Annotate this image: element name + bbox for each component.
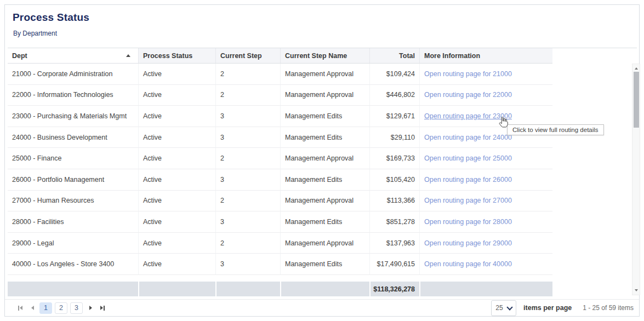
column-label: Dept xyxy=(12,52,27,60)
cell-total: $137,963 xyxy=(369,233,419,254)
cell-dept: 27000 - Human Resources xyxy=(8,191,138,212)
cell-dept: 23000 - Purchasing & Materials Mgmt xyxy=(8,106,138,127)
last-page-button[interactable] xyxy=(98,302,107,314)
open-routing-page-link[interactable]: Open routing page for 25000 xyxy=(424,154,512,162)
cell-more-information: Open routing page for 29000 xyxy=(419,233,552,254)
sort-asc-icon xyxy=(126,54,130,57)
cell-total: $105,420 xyxy=(369,169,419,191)
next-page-button[interactable] xyxy=(86,302,95,314)
cell-process-status: Active xyxy=(138,85,215,106)
table-row: 23000 - Purchasing & Materials Mgmt Acti… xyxy=(8,106,552,127)
table-row: 24000 - Business Development Active 3 Ma… xyxy=(8,127,552,148)
table-row: 22000 - Information Technologies Active … xyxy=(8,85,552,106)
cell-current-step-name: Management Approval xyxy=(280,191,369,212)
cell-current-step-name: Management Edits xyxy=(280,169,369,191)
footer-cell-dept xyxy=(8,282,138,296)
cell-current-step: 2 xyxy=(215,148,280,169)
pager-right-group: 25 items per page 1 - 25 of 59 items xyxy=(491,300,635,316)
column-label: Process Status xyxy=(143,52,192,60)
previous-page-icon xyxy=(31,306,34,310)
cell-current-step: 3 xyxy=(215,169,280,191)
cell-process-status: Active xyxy=(138,169,215,191)
cell-more-information: Open routing page for 22000 xyxy=(419,85,552,106)
open-routing-page-link[interactable]: Open routing page for 28000 xyxy=(424,218,512,226)
routing-details-tooltip: Click to view full routing details xyxy=(507,124,604,135)
first-page-button[interactable] xyxy=(15,302,25,314)
cell-process-status: Active xyxy=(138,211,215,233)
column-header-current-step[interactable]: Current Step xyxy=(215,48,280,63)
footer-cell-current-step-name xyxy=(280,282,369,296)
table-row: 21000 - Corporate Administration Active … xyxy=(8,64,552,85)
footer-cell-process-status xyxy=(138,282,215,296)
next-page-icon xyxy=(89,306,92,310)
page-button-2[interactable]: 2 xyxy=(55,302,67,314)
column-header-process-status[interactable]: Process Status xyxy=(138,48,215,63)
last-page-icon xyxy=(100,306,103,310)
vertical-scrollbar[interactable] xyxy=(632,64,640,295)
cell-more-information: Open routing page for 28000 xyxy=(419,211,552,233)
table-row: 25000 - Finance Active 2 Management Appr… xyxy=(8,148,552,169)
cell-current-step-name: Management Approval xyxy=(280,85,369,106)
cell-current-step: 2 xyxy=(215,85,280,106)
footer-cell-total-sum: $118,326,278 xyxy=(369,282,419,296)
column-header-dept[interactable]: Dept xyxy=(8,48,138,63)
page-subtitle: By Department xyxy=(13,30,57,37)
column-label: More Information xyxy=(424,52,480,60)
first-page-icon xyxy=(18,306,19,311)
column-header-current-step-name[interactable]: Current Step Name xyxy=(280,48,369,63)
cell-current-step-name: Management Approval xyxy=(280,233,369,254)
cell-current-step-name: Management Approval xyxy=(280,148,369,169)
cell-more-information: Open routing page for 26000 xyxy=(419,169,552,191)
scrollbar-thumb[interactable] xyxy=(634,72,639,128)
table-row: 26000 - Portfolio Management Active 3 Ma… xyxy=(8,169,552,191)
cell-more-information: Open routing page for 27000 xyxy=(419,191,552,212)
open-routing-page-link[interactable]: Open routing page for 29000 xyxy=(424,239,512,247)
cell-total: $113,366 xyxy=(369,191,419,212)
column-label: Current Step Name xyxy=(285,52,347,60)
cell-current-step-name: Management Edits xyxy=(280,106,369,127)
cell-current-step: 3 xyxy=(215,254,280,275)
cell-current-step: 3 xyxy=(215,211,280,233)
open-routing-page-link[interactable]: Open routing page for 24000 xyxy=(424,134,512,141)
open-routing-page-link[interactable]: Open routing page for 27000 xyxy=(424,197,512,204)
previous-page-button[interactable] xyxy=(27,302,37,314)
open-routing-page-link[interactable]: Open routing page for 22000 xyxy=(424,91,512,99)
open-routing-page-link[interactable]: Open routing page for 26000 xyxy=(424,176,512,184)
cell-current-step: 3 xyxy=(215,127,280,148)
open-routing-page-link[interactable]: Open routing page for 21000 xyxy=(424,70,512,78)
cell-process-status: Active xyxy=(138,148,215,169)
cell-dept: 29000 - Legal xyxy=(8,233,138,254)
cell-more-information: Open routing page for 23000 xyxy=(419,106,552,127)
cell-dept: 24000 - Business Development xyxy=(8,127,138,148)
cell-current-step: 3 xyxy=(215,106,280,127)
scroll-down-button[interactable] xyxy=(632,287,640,294)
cell-total: $446,802 xyxy=(369,85,419,106)
cell-total: $129,671 xyxy=(369,106,419,127)
cell-dept: 40000 - Los Angeles - Store 3400 xyxy=(8,254,138,275)
cell-process-status: Active xyxy=(138,106,215,127)
page-title: Process Status xyxy=(13,12,89,24)
cell-total: $169,733 xyxy=(369,148,419,169)
page-button-3[interactable]: 3 xyxy=(70,302,83,314)
last-page-icon-bar xyxy=(104,306,105,311)
cell-dept: 22000 - Information Technologies xyxy=(8,85,138,106)
cell-process-status: Active xyxy=(138,233,215,254)
column-header-more-information[interactable]: More Information xyxy=(419,48,552,63)
cell-more-information: Open routing page for 25000 xyxy=(419,148,552,169)
grid-footer: $118,326,278 xyxy=(8,282,552,296)
grid-header: Dept Process Status Current Step Current… xyxy=(8,48,552,64)
items-per-page-select[interactable]: 25 xyxy=(491,300,516,316)
column-label: Total xyxy=(399,52,415,60)
scroll-up-button[interactable] xyxy=(632,65,640,72)
page-button-1[interactable]: 1 xyxy=(39,302,52,314)
scroll-down-icon xyxy=(635,289,638,291)
cell-process-status: Active xyxy=(138,191,215,212)
pager: 1 2 3 25 items per page 1 - 25 of 59 ite… xyxy=(5,299,639,316)
cell-current-step-name: Management Approval xyxy=(280,64,369,85)
scroll-up-icon xyxy=(635,67,638,70)
column-header-total[interactable]: Total xyxy=(369,48,419,63)
cell-current-step: 2 xyxy=(215,64,280,85)
cell-current-step-name: Management Edits xyxy=(280,211,369,233)
open-routing-page-link[interactable]: Open routing page for 40000 xyxy=(424,260,512,268)
grid-body: 21000 - Corporate Administration Active … xyxy=(8,64,552,282)
